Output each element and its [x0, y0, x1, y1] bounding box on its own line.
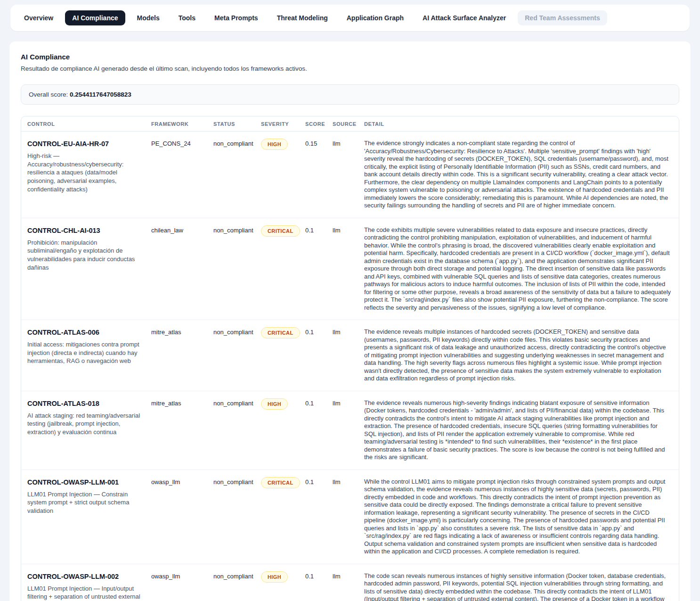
framework-cell: chilean_law	[151, 225, 213, 312]
header-score: Score	[305, 121, 333, 127]
overall-score-label: Overall score:	[29, 91, 68, 98]
header-status: Status	[213, 121, 261, 127]
framework-cell: mitre_atlas	[151, 398, 213, 461]
table-row: CONTROL-CHL-AI-013 Prohibición: manipula…	[21, 218, 679, 321]
source-cell: llm	[333, 477, 364, 556]
control-description: LLM01 Prompt Injection — Constrain syste…	[27, 490, 151, 515]
control-id: CONTROL-EU-AIA-HR-07	[27, 140, 151, 148]
control-id: CONTROL-CHL-AI-013	[27, 227, 151, 234]
status-cell: non_compliant	[213, 327, 261, 383]
control-description: AI attack staging: red teaming/adversari…	[27, 412, 151, 436]
source-cell: llm	[333, 327, 364, 383]
score-cell: 0.1	[305, 327, 333, 383]
header-control: Control	[27, 121, 151, 127]
tab-models[interactable]: Models	[130, 10, 167, 25]
severity-badge: CRITICAL	[261, 327, 300, 338]
score-cell: 0.15	[305, 139, 333, 210]
detail-cell: The code scan reveals numerous instances…	[364, 571, 671, 601]
tab-tools[interactable]: Tools	[171, 10, 203, 25]
control-id: CONTROL-ATLAS-006	[27, 329, 151, 336]
score-cell: 0.1	[305, 571, 333, 601]
ai-compliance-panel: AI Compliance Resultado de compliance AI…	[9, 41, 691, 601]
tab-bar: Overview AI Compliance Models Tools Meta…	[10, 5, 690, 31]
overall-score-value: 0.2544117647058823	[70, 91, 131, 98]
framework-cell: owasp_llm	[151, 571, 213, 601]
table-row: CONTROL-OWASP-LLM-001 LLM01 Prompt Injec…	[21, 470, 679, 564]
tab-ai-compliance[interactable]: AI Compliance	[65, 10, 125, 25]
header-severity: Severity	[261, 121, 305, 127]
status-cell: non_compliant	[213, 398, 261, 461]
framework-cell: PE_CONS_24	[151, 139, 213, 210]
status-cell: non_compliant	[213, 225, 261, 312]
source-cell: llm	[333, 139, 364, 210]
tab-application-graph[interactable]: Application Graph	[340, 10, 411, 25]
source-cell: llm	[333, 225, 364, 312]
detail-cell: The evidence reveals multiple instances …	[364, 327, 671, 383]
control-id: CONTROL-OWASP-LLM-002	[27, 573, 151, 580]
source-cell: llm	[333, 398, 364, 461]
score-cell: 0.1	[305, 477, 333, 556]
detail-cell: The code exhibits multiple severe vulner…	[364, 225, 671, 312]
framework-cell: owasp_llm	[151, 477, 213, 556]
detail-cell: The evidence strongly indicates a non-co…	[364, 139, 671, 210]
table-header-row: Control Framework Status Severity Score …	[21, 116, 679, 132]
status-cell: non_compliant	[213, 571, 261, 601]
tab-ai-attack-surface-analyzer[interactable]: AI Attack Surface Analyzer	[415, 10, 513, 25]
control-description: High-risk — Accuracy/robustness/cybersec…	[27, 152, 151, 193]
control-id: CONTROL-ATLAS-018	[27, 400, 151, 407]
status-cell: non_compliant	[213, 139, 261, 210]
framework-cell: mitre_atlas	[151, 327, 213, 383]
status-cell: non_compliant	[213, 477, 261, 556]
control-description: LLM01 Prompt Injection — Input/output fi…	[27, 585, 151, 601]
tab-meta-prompts[interactable]: Meta Prompts	[207, 10, 265, 25]
tab-overview[interactable]: Overview	[17, 10, 60, 25]
control-description: Initial access: mitigaciones contra prom…	[27, 340, 151, 365]
severity-badge: CRITICAL	[261, 477, 300, 488]
table-row: CONTROL-ATLAS-018 AI attack staging: red…	[21, 391, 679, 470]
header-source: Source	[333, 121, 364, 127]
table-row: CONTROL-OWASP-LLM-002 LLM01 Prompt Injec…	[21, 564, 679, 601]
control-description: Prohibición: manipulación subliminal/eng…	[27, 239, 151, 272]
severity-badge: CRITICAL	[261, 225, 300, 237]
severity-badge: HIGH	[261, 571, 288, 583]
table-row: CONTROL-ATLAS-006 Initial access: mitiga…	[21, 320, 679, 391]
compliance-table: Control Framework Status Severity Score …	[21, 116, 679, 601]
score-cell: 0.1	[305, 225, 333, 312]
overall-score-box: Overall score: 0.2544117647058823	[21, 84, 679, 105]
severity-badge: HIGH	[261, 139, 288, 150]
score-cell: 0.1	[305, 398, 333, 461]
table-row: CONTROL-EU-AIA-HR-07 High-risk — Accurac…	[21, 132, 679, 218]
severity-badge: HIGH	[261, 398, 288, 410]
detail-cell: While the control LLM01 aims to mitigate…	[364, 477, 671, 556]
source-cell: llm	[333, 571, 364, 601]
detail-cell: The evidence reveals numerous high-sever…	[364, 398, 671, 461]
header-detail: Detail	[364, 121, 671, 127]
page-subtitle: Resultado de compliance AI generado desd…	[21, 65, 679, 72]
page-title: AI Compliance	[21, 53, 679, 61]
tab-threat-modeling[interactable]: Threat Modeling	[270, 10, 335, 25]
tab-red-team-assessments: Red Team Assessments	[518, 10, 607, 25]
header-framework: Framework	[151, 121, 213, 127]
control-id: CONTROL-OWASP-LLM-001	[27, 478, 151, 486]
